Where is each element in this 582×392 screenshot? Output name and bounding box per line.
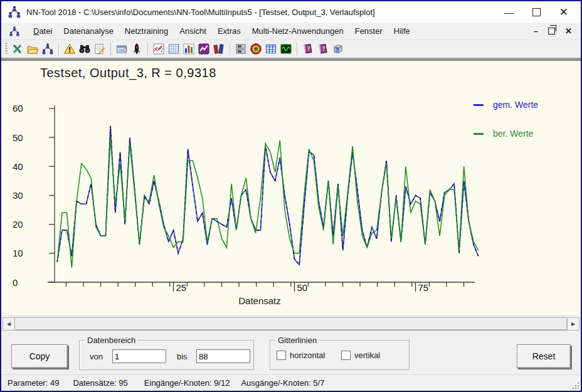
menu-ansicht[interactable]: Ansicht bbox=[174, 24, 212, 38]
network-tree-icon[interactable] bbox=[40, 42, 55, 56]
control-panel: Copy Datenbereich von bis Gitterlinien h… bbox=[1, 331, 581, 374]
scroll-left-arrow-icon[interactable]: ◀ bbox=[3, 317, 15, 331]
close-button[interactable]: ✕ bbox=[559, 7, 568, 18]
copy-button[interactable]: Copy bbox=[11, 344, 68, 368]
legend-label: gem. Werte bbox=[493, 100, 538, 110]
x-axis-title: Datensatz bbox=[209, 295, 310, 306]
legend-line-blue-icon bbox=[474, 104, 484, 106]
grid-sheet-icon[interactable] bbox=[166, 42, 181, 56]
toolbar-separator bbox=[297, 43, 297, 55]
svg-text:?: ? bbox=[335, 47, 338, 53]
card-index-icon[interactable] bbox=[114, 42, 129, 56]
scroll-right-arrow-icon[interactable]: ▶ bbox=[567, 317, 579, 331]
toolbar-separator bbox=[58, 43, 59, 55]
vertikal-checkbox-row: vertikal bbox=[341, 351, 380, 360]
manual-book-icon[interactable]: ? bbox=[300, 42, 315, 56]
mdi-minimize-button[interactable]: – bbox=[534, 27, 538, 35]
menu-datei-rest: atei bbox=[39, 26, 52, 36]
y-tick-label: 30 bbox=[13, 190, 23, 201]
help-cube-icon[interactable]: ? bbox=[331, 42, 346, 56]
horizontal-checkbox[interactable] bbox=[277, 351, 286, 360]
bis-label: bis bbox=[177, 352, 188, 361]
status-bar: Parameter: 49 Datensätze: 95 Eingänge/-K… bbox=[1, 374, 581, 391]
oscilloscope-icon[interactable] bbox=[278, 42, 294, 56]
mdi-restore-button[interactable] bbox=[548, 28, 555, 34]
status-eingaenge-knoten: Eingänge/-Knoten: 9/12 bbox=[144, 378, 230, 388]
menu-datenanalyse[interactable]: Datenanalyse bbox=[58, 24, 119, 38]
horizontal-scrollbar[interactable]: ◀ ▶ bbox=[1, 315, 581, 331]
app-window: NN-Tool 2018 - C:\Users\info\Documents\N… bbox=[0, 0, 582, 392]
legend-line-green-icon bbox=[474, 133, 484, 135]
y-tick-label: 20 bbox=[13, 219, 23, 230]
von-label: von bbox=[90, 352, 103, 361]
menu-fenster[interactable]: Fenster bbox=[349, 24, 388, 38]
launch-icon[interactable] bbox=[129, 42, 144, 56]
server-stack-icon[interactable] bbox=[233, 42, 248, 56]
y-tick-label: 10 bbox=[13, 248, 23, 258]
datenbereich-group: Datenbereich von bis bbox=[79, 340, 254, 370]
horizontal-checkbox-row: horizontal bbox=[277, 351, 325, 360]
bis-input[interactable] bbox=[196, 349, 250, 363]
datenbereich-group-title: Datenbereich bbox=[85, 336, 138, 345]
menu-datei[interactable]: Datei bbox=[28, 24, 58, 38]
window-title: NN-Tool 2018 - C:\Users\info\Documents\N… bbox=[26, 8, 375, 17]
toolbar-separator bbox=[147, 43, 148, 55]
vertikal-checkbox-label: vertikal bbox=[354, 351, 380, 360]
legend-item-gem-werte: gem. Werte bbox=[474, 100, 538, 110]
resize-grip-icon[interactable] bbox=[573, 383, 579, 389]
chart-title: Testset, Output_3, R = 0,9318 bbox=[40, 66, 216, 80]
toolbar-separator bbox=[230, 43, 230, 55]
scrollbar-thumb[interactable] bbox=[14, 317, 568, 331]
binoculars-search-icon[interactable] bbox=[77, 42, 92, 56]
x-tick-label: 25 bbox=[176, 282, 187, 293]
y-tick-label: 0 bbox=[13, 277, 18, 288]
svg-text:?: ? bbox=[307, 46, 310, 52]
legend-item-ber-werte: ber. Werte bbox=[474, 129, 533, 139]
scatter-plot-icon[interactable] bbox=[151, 42, 166, 56]
x-tick-label: 75 bbox=[418, 282, 429, 293]
horizontal-checkbox-label: horizontal bbox=[290, 351, 325, 360]
x-tick-label: 50 bbox=[297, 282, 308, 293]
chart-canvas: 0102030405060255075 bbox=[1, 61, 581, 315]
toolbar: ? ? ? bbox=[1, 40, 581, 58]
legend-label: ber. Werte bbox=[493, 129, 533, 139]
maximize-button[interactable] bbox=[532, 8, 541, 16]
von-input[interactable] bbox=[112, 349, 166, 363]
books-icon[interactable] bbox=[211, 42, 226, 56]
menu-netztraining[interactable]: Netztraining bbox=[119, 24, 174, 38]
minimize-button[interactable]: — bbox=[504, 8, 514, 17]
menu-multi-netz-anwendungen[interactable]: Multi-Netz-Anwendungen bbox=[246, 24, 349, 38]
vertikal-checkbox[interactable] bbox=[341, 351, 351, 360]
status-parameter: Parameter: 49 bbox=[8, 378, 59, 388]
notepad-edit-icon[interactable] bbox=[92, 42, 107, 56]
mdi-close-button[interactable]: ✕ bbox=[565, 27, 572, 35]
status-ausgaenge-knoten: Ausgänge/-Knoten: 5/7 bbox=[241, 378, 324, 388]
gitterlinien-group-title: Gitterlinien bbox=[275, 336, 319, 345]
svg-text:?: ? bbox=[322, 46, 325, 52]
menu-bar: Datei Datenanalyse Netztraining Ansicht … bbox=[1, 23, 581, 40]
toolbar-separator bbox=[110, 43, 111, 55]
bar-chart-icon[interactable] bbox=[181, 42, 196, 56]
reference-book-icon[interactable]: ? bbox=[315, 42, 331, 56]
warning-icon[interactable] bbox=[62, 42, 77, 56]
table-icon[interactable] bbox=[263, 42, 278, 56]
line-chart-icon[interactable] bbox=[196, 42, 211, 56]
target-icon[interactable] bbox=[248, 42, 263, 56]
chart-pane: 0102030405060255075 Testset, Output_3, R… bbox=[1, 61, 581, 315]
y-tick-label: 60 bbox=[13, 103, 23, 114]
y-tick-label: 40 bbox=[13, 161, 23, 172]
title-bar: NN-Tool 2018 - C:\Users\info\Documents\N… bbox=[1, 1, 581, 23]
document-network-icon bbox=[9, 26, 20, 37]
y-tick-label: 50 bbox=[13, 132, 23, 143]
menu-hilfe[interactable]: Hilfe bbox=[388, 24, 416, 38]
open-folder-icon[interactable] bbox=[25, 42, 40, 56]
app-logo-icon bbox=[8, 5, 21, 19]
status-datensaetze: Datensätze: 95 bbox=[73, 378, 127, 388]
menu-extras[interactable]: Extras bbox=[212, 24, 246, 38]
toolbar-grip bbox=[5, 43, 8, 55]
menu-datei-mnemonic: D bbox=[33, 26, 39, 36]
reset-button[interactable]: Reset bbox=[517, 344, 571, 368]
excel-export-icon[interactable] bbox=[10, 42, 25, 56]
gitterlinien-group: Gitterlinien horizontal vertikal bbox=[270, 340, 410, 370]
